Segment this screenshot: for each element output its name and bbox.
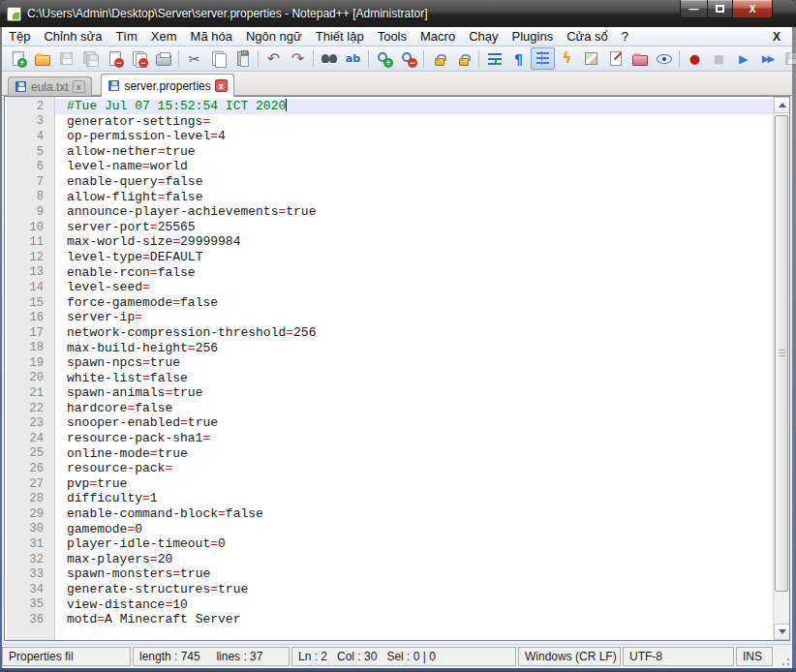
- editor-line[interactable]: 24resource-pack-sha1=: [7, 431, 773, 446]
- sync-horizontal-scroll-icon[interactable]: [451, 47, 475, 70]
- redo-icon[interactable]: ↷: [286, 47, 310, 70]
- editor-line[interactable]: 28difficulty=1: [7, 491, 773, 506]
- editor-line[interactable]: 23snooper-enabled=true: [7, 415, 773, 431]
- find-icon[interactable]: [317, 47, 341, 70]
- editor-line[interactable]: 17network-compression-threshold=256: [7, 325, 773, 341]
- zoom-in-icon[interactable]: +: [372, 47, 396, 70]
- print-icon[interactable]: [151, 47, 175, 70]
- tab-eula[interactable]: eula.txtx: [8, 76, 92, 96]
- menu-item-plugins[interactable]: Plugins: [505, 27, 561, 46]
- editor-line[interactable]: 32max-players=20: [7, 552, 773, 567]
- function-list-icon[interactable]: [603, 47, 628, 70]
- menu-item-tep[interactable]: Tệp: [2, 27, 37, 46]
- line-number: 33: [7, 567, 55, 581]
- editor-line[interactable]: 27pvp=true: [7, 476, 773, 492]
- tab-server-properties[interactable]: server.propertiesx: [101, 74, 233, 97]
- tab-label: eula.txt: [31, 80, 69, 94]
- editor-line[interactable]: 4op-permission-level=4: [7, 129, 773, 144]
- maximize-button[interactable]: [707, 0, 733, 18]
- run-macro-multiple-icon[interactable]: ▶▶: [755, 47, 780, 70]
- menu-item-cua-so[interactable]: Cửa sổ: [560, 27, 615, 46]
- show-indent-guide-icon[interactable]: [531, 47, 555, 70]
- editor-line[interactable]: 7enable-query=false: [7, 174, 773, 190]
- editor-line[interactable]: 25online-mode=true: [7, 446, 773, 462]
- editor-line[interactable]: 36motd=A Minecraft Server: [7, 612, 773, 627]
- monitoring-icon[interactable]: [652, 47, 676, 70]
- editor-line[interactable]: 34generate-structures=true: [7, 582, 773, 597]
- menu-item-chay[interactable]: Chạy: [462, 27, 505, 46]
- tab-close-icon[interactable]: x: [73, 80, 85, 93]
- resize-grip[interactable]: [779, 655, 790, 666]
- copy-icon[interactable]: [206, 47, 230, 70]
- line-text: announce-player-achievements=true: [55, 204, 773, 220]
- tab-close-icon[interactable]: x: [215, 79, 228, 92]
- menu-item-ma-hoa[interactable]: Mã hóa: [184, 27, 239, 46]
- editor[interactable]: 2#Tue Jul 07 15:52:54 ICT 20203generator…: [4, 96, 790, 641]
- close-button[interactable]: X: [732, 0, 773, 18]
- editor-line[interactable]: 30gamemode=0: [7, 522, 773, 537]
- editor-line[interactable]: 14level-seed=: [7, 280, 773, 295]
- editor-line[interactable]: 2#Tue Jul 07 15:52:54 ICT 2020: [7, 99, 773, 114]
- editor-line[interactable]: 12level-type=DEFAULT: [7, 250, 773, 265]
- scroll-down-button[interactable]: [774, 624, 790, 640]
- new-file-icon[interactable]: +: [6, 47, 30, 70]
- record-macro-icon[interactable]: ●: [683, 47, 707, 70]
- editor-line[interactable]: 6level-name=world: [7, 159, 773, 174]
- editor-line[interactable]: 10server-port=25565: [7, 220, 773, 235]
- zoom-out-icon[interactable]: −: [396, 47, 420, 70]
- text-caret: [286, 99, 287, 111]
- menu-item-tools[interactable]: Tools: [371, 27, 413, 46]
- status-insert-mode: INS: [736, 647, 773, 666]
- editor-line[interactable]: 35view-distance=10: [7, 597, 773, 613]
- document-map-icon[interactable]: [579, 47, 603, 70]
- close-icon[interactable]: −: [103, 47, 127, 70]
- editor-line[interactable]: 16server-ip=: [7, 310, 773, 325]
- line-number: 3: [7, 114, 55, 128]
- editor-line[interactable]: 15force-gamemode=false: [7, 295, 773, 311]
- cut-icon[interactable]: ✂: [182, 47, 206, 70]
- editor-line[interactable]: 26resource-pack=: [7, 461, 773, 476]
- undo-icon[interactable]: ↶: [261, 47, 286, 70]
- word-wrap-icon[interactable]: [482, 47, 506, 70]
- open-folder-icon[interactable]: [30, 47, 54, 70]
- property-key: generator-settings: [67, 114, 202, 129]
- scroll-up-button[interactable]: [774, 97, 790, 113]
- scrollbar-thumb[interactable]: [775, 115, 788, 592]
- line-number: 20: [7, 371, 55, 384]
- editor-line[interactable]: 22hardcore=false: [7, 401, 773, 416]
- editor-line[interactable]: 31player-idle-timeout=0: [7, 536, 773, 552]
- play-macro-icon[interactable]: ▶: [731, 47, 755, 70]
- editor-line[interactable]: 13enable-rcon=false: [7, 265, 773, 281]
- property-value: true: [188, 415, 218, 430]
- replace-icon[interactable]: ab: [341, 47, 365, 70]
- minimize-button[interactable]: —: [680, 0, 708, 18]
- editor-line[interactable]: 3generator-settings=: [7, 114, 773, 130]
- editor-line[interactable]: 33spawn-monsters=true: [7, 566, 773, 582]
- editor-line[interactable]: 5allow-nether=true: [7, 144, 773, 160]
- paste-icon[interactable]: [230, 47, 255, 70]
- menu-item-macro[interactable]: Macro: [413, 27, 462, 46]
- menu-item-chinh-sua[interactable]: Chỉnh sửa: [37, 27, 108, 46]
- sync-vertical-scroll-icon[interactable]: [427, 47, 451, 70]
- editor-line[interactable]: 11max-world-size=29999984: [7, 234, 773, 250]
- title-bar[interactable]: C:\Users\Admin\Desktop\Server\server.pro…: [0, 0, 796, 27]
- show-all-characters-icon[interactable]: ¶: [506, 47, 531, 70]
- menu-item-thiet-lap[interactable]: Thiết lập: [309, 27, 371, 46]
- menu-item-xem[interactable]: Xem: [144, 27, 184, 46]
- editor-line[interactable]: 20white-list=false: [7, 371, 773, 386]
- editor-line[interactable]: 18max-build-height=256: [7, 341, 773, 356]
- menu-item-help[interactable]: ?: [615, 27, 635, 46]
- vertical-scrollbar[interactable]: [773, 97, 789, 640]
- editor-line[interactable]: 8allow-flight=false: [7, 190, 773, 205]
- folder-as-workspace-icon[interactable]: [628, 47, 652, 70]
- menu-item-ngon-ngu[interactable]: Ngôn ngữ: [239, 27, 309, 46]
- editor-line[interactable]: 9announce-player-achievements=true: [7, 204, 773, 220]
- user-defined-language-icon[interactable]: ϟ: [555, 47, 579, 70]
- cut-icon-shape: ✂: [189, 52, 200, 66]
- menu-close-document-button[interactable]: X: [773, 27, 781, 46]
- editor-line[interactable]: 29enable-command-block=false: [7, 506, 773, 522]
- editor-line[interactable]: 21spawn-animals=true: [7, 385, 773, 401]
- menu-item-tim[interactable]: Tìm: [108, 27, 143, 46]
- editor-line[interactable]: 19spawn-npcs=true: [7, 355, 773, 371]
- close-all-icon[interactable]: −: [127, 47, 151, 70]
